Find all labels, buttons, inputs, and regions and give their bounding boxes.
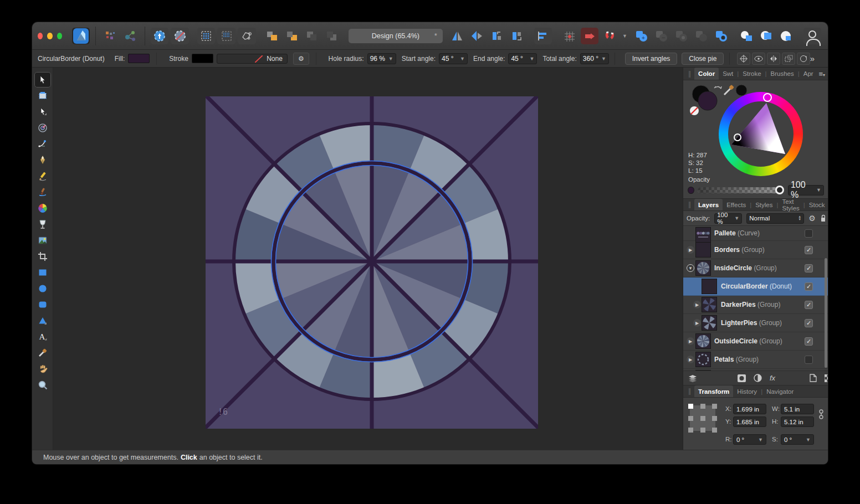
layer-row-borders[interactable]: ▶Borders (Group)✓	[683, 241, 828, 259]
grid-settings-icon[interactable]	[561, 28, 579, 44]
boolean-xor-icon[interactable]	[713, 28, 730, 44]
w-input[interactable]: 5.1 in	[781, 404, 814, 414]
boolean-subtract-icon[interactable]: −	[653, 28, 670, 44]
zoom-tool[interactable]	[34, 377, 51, 393]
layer-visibility-checkbox[interactable]: ✓	[805, 301, 813, 309]
h-input[interactable]: 5.12 in	[781, 416, 814, 427]
layer-visibility-checkbox[interactable]: ✓	[805, 337, 813, 346]
shear-dropdown[interactable]: 0 °▼	[781, 434, 814, 445]
start-angle-input[interactable]: 45 °▼	[439, 53, 468, 64]
adjustment-layer-icon[interactable]	[754, 374, 762, 382]
layer-expander-open[interactable]: ▼	[687, 264, 694, 272]
layer-effects-fx-icon[interactable]: fx	[770, 374, 775, 382]
hole-radius-input[interactable]: 96 %▼	[367, 53, 396, 64]
opacity-slider[interactable]	[698, 187, 780, 193]
total-angle-input[interactable]: 360 °▼	[580, 53, 609, 64]
fill-tool[interactable]	[34, 200, 51, 216]
tab-stock[interactable]: Stock	[805, 200, 828, 210]
tab-effects[interactable]: Effects	[723, 200, 750, 210]
tab-styles[interactable]: Styles	[751, 200, 776, 210]
flip-horizontal-icon[interactable]	[448, 28, 466, 44]
tab-appearance[interactable]: Apr	[800, 69, 817, 79]
new-pixel-layer-icon[interactable]	[825, 374, 828, 382]
pen-tool[interactable]	[34, 152, 51, 168]
minimize-window-button[interactable]	[47, 33, 52, 39]
layer-name[interactable]: Borders (Group)	[714, 246, 765, 254]
layer-visibility-checkbox[interactable]: ✓	[805, 246, 813, 254]
marquee-grid-icon[interactable]	[197, 28, 216, 44]
end-angle-input[interactable]: 45 °▼	[508, 53, 537, 64]
layer-thumbnail[interactable]	[702, 279, 717, 294]
stroke-settings-gear-icon[interactable]: ⚙	[293, 53, 309, 65]
tab-stroke[interactable]: Stroke	[739, 69, 765, 79]
lock-icon[interactable]	[820, 214, 825, 222]
boolean-add-icon[interactable]: +	[633, 28, 651, 44]
blend-gear-icon[interactable]: ⚙	[808, 214, 816, 223]
artboard[interactable]: !6	[206, 96, 538, 429]
node-graph-icon[interactable]	[121, 28, 139, 44]
layer-thumbnail[interactable]	[702, 297, 717, 312]
tab-history[interactable]: History	[733, 387, 761, 397]
layer-thumbnail[interactable]	[695, 242, 711, 258]
move-backward-icon[interactable]	[283, 28, 301, 44]
document-title-dropdown[interactable]: Design (65.4%) *	[349, 29, 443, 43]
layer-thumbnail[interactable]	[695, 227, 711, 243]
cycle-selection-icon[interactable]	[797, 53, 810, 65]
place-image-tool[interactable]	[34, 233, 51, 248]
layer-name[interactable]: DarkerPies (Group)	[721, 301, 780, 308]
layer-visibility-checkbox[interactable]: ✓	[805, 264, 813, 272]
layer-row-petals[interactable]: ▶Petals (Group)	[683, 351, 828, 369]
contour-tool[interactable]	[34, 120, 51, 136]
tab-color[interactable]: Color	[694, 68, 719, 80]
layer-name[interactable]: OutsideCircle (Group)	[714, 337, 782, 345]
opacity-slider-knob[interactable]	[775, 186, 784, 194]
ellipse-tool[interactable]	[34, 281, 51, 296]
tab-text-styles[interactable]: Text Styles	[778, 198, 803, 213]
layer-opacity-dropdown[interactable]: 100 %▼	[714, 213, 742, 224]
export-persona-icon[interactable]	[151, 28, 169, 44]
layer-name[interactable]: LighterPies (Group)	[721, 319, 782, 327]
layer-visibility-checkbox[interactable]: ✓	[805, 319, 813, 327]
layers-stack-icon[interactable]	[688, 374, 698, 382]
opacity-value-dropdown[interactable]: 100 %▼	[788, 185, 824, 196]
layer-row-lighterpies[interactable]: ▶LighterPies (Group)✓	[683, 314, 828, 332]
layer-row-darkerpies[interactable]: ▶DarkerPies (Group)✓	[683, 296, 828, 314]
view-tool[interactable]	[34, 361, 51, 377]
snapping-dropdown-caret[interactable]: ▼	[622, 33, 627, 39]
insert-on-top-icon[interactable]	[757, 28, 775, 44]
pixel-persona-icon[interactable]	[171, 28, 189, 44]
move-tool[interactable]	[34, 72, 51, 88]
boolean-divide-icon[interactable]	[693, 28, 710, 44]
layers-scrollbar[interactable]	[825, 258, 827, 368]
mask-layer-icon[interactable]	[738, 374, 746, 382]
corner-tool[interactable]	[34, 136, 51, 152]
rotation-dropdown[interactable]: 0 °▼	[733, 434, 766, 445]
shape-tool[interactable]	[34, 313, 51, 328]
stroke-width-control[interactable]: None	[217, 54, 288, 64]
tab-transform[interactable]: Transform	[694, 385, 733, 397]
layer-name[interactable]: InsideCircle (Group)	[714, 264, 777, 272]
move-to-front-icon[interactable]	[303, 28, 321, 44]
layer-name[interactable]: Pallete (Curve)	[714, 229, 760, 237]
show-handles-icon[interactable]	[767, 53, 780, 65]
color-picker-tool[interactable]	[34, 345, 51, 361]
freehand-select-icon[interactable]	[238, 28, 256, 44]
layer-visibility-checkbox[interactable]	[805, 356, 813, 364]
alignment-icon[interactable]	[534, 28, 552, 44]
node-tool[interactable]	[34, 104, 51, 120]
layer-row-outsidecircle[interactable]: ▶OutsideCircle (Group)✓	[683, 332, 828, 351]
close-pie-button[interactable]: Close pie	[682, 53, 724, 65]
layer-visibility-checkbox[interactable]	[805, 229, 813, 238]
layer-row-insidecircle[interactable]: ▼InsideCircle (Group)✓	[683, 259, 828, 277]
artboard-tool[interactable]	[34, 88, 51, 104]
link-dimensions-icon[interactable]	[819, 409, 823, 421]
layer-expander-closed[interactable]: ▶	[693, 301, 701, 308]
rotate-ccw-icon[interactable]	[488, 28, 506, 44]
layer-row-pallete[interactable]: Pallete (Curve)	[683, 226, 828, 241]
layer-name[interactable]: Petals (Group)	[714, 356, 759, 363]
layer-thumbnail[interactable]	[702, 315, 717, 331]
y-input[interactable]: 1.685 in	[733, 416, 766, 427]
pixels-icon[interactable]	[101, 28, 119, 44]
color-wheel[interactable]	[719, 92, 803, 176]
snapping-magnet-icon[interactable]	[601, 28, 618, 44]
